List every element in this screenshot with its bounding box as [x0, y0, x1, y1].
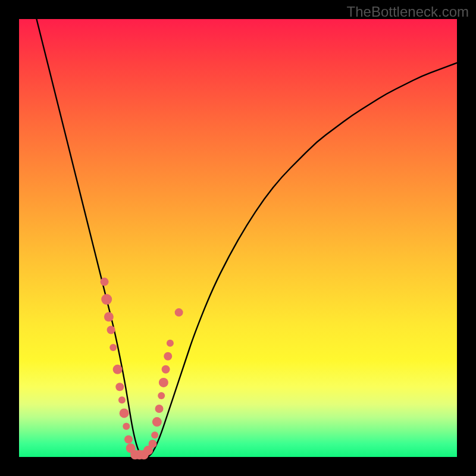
data-point [101, 294, 112, 305]
chart-frame: TheBottleneck.com [0, 0, 476, 476]
chart-overlay [19, 19, 457, 457]
bottleneck-curve [36, 19, 457, 457]
data-point [159, 378, 168, 387]
data-point [152, 417, 162, 427]
data-point [148, 440, 156, 448]
data-point [164, 352, 172, 361]
data-point [162, 365, 170, 374]
data-point [109, 344, 117, 351]
data-points-group [101, 278, 183, 460]
data-point [124, 436, 133, 444]
data-point [158, 392, 165, 399]
data-point [151, 431, 158, 439]
data-point [113, 365, 123, 374]
watermark-text: TheBottleneck.com [347, 4, 469, 20]
data-point [101, 278, 109, 286]
data-point [115, 383, 124, 391]
data-point [167, 340, 174, 347]
data-point [155, 405, 164, 413]
data-point [104, 312, 114, 321]
data-point [120, 408, 129, 418]
data-point [107, 326, 115, 334]
data-point [118, 396, 126, 403]
data-point [175, 308, 183, 317]
data-point [123, 422, 130, 430]
